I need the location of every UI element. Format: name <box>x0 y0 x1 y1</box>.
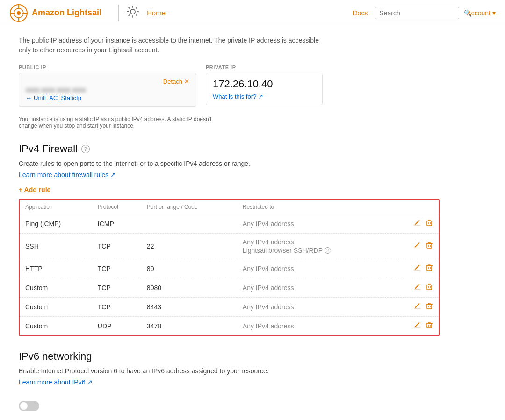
private-ip-label: PRIVATE IP <box>206 64 323 70</box>
firewall-section: IPv4 Firewall ? Create rules to open por… <box>19 143 440 336</box>
svg-rect-13 <box>414 248 420 248</box>
cell-app: Custom <box>20 298 92 317</box>
header-right: Docs 🔍 Account ▾ <box>353 7 496 19</box>
delete-rule-button[interactable] <box>426 283 433 292</box>
public-ip-section: PUBLIC IP Detach ✕ <box>19 64 196 107</box>
cell-app: HTTP <box>20 259 92 278</box>
static-ip-name[interactable]: ↔ Unifi_AC_StaticIp <box>26 94 189 101</box>
ipv6-toggle-area <box>19 401 440 411</box>
ipv6-section: IPv6 networking Enable Internet Protocol… <box>19 350 440 411</box>
delete-rule-button[interactable] <box>426 321 433 331</box>
cell-restricted: Any IPv4 address <box>237 298 391 317</box>
detach-button[interactable]: Detach ✕ <box>163 78 189 85</box>
public-ip-label: PUBLIC IP <box>19 64 196 70</box>
blurred-ip-blocks <box>26 88 86 93</box>
ipv6-description: Enable Internet Protocol version 6 to ha… <box>19 367 290 375</box>
cell-restricted: Any IPv4 address <box>237 317 391 336</box>
edit-rule-button[interactable] <box>413 302 421 312</box>
logo-text: Amazon Lightsail <box>32 8 101 18</box>
header: Amazon Lightsail Home Docs 🔍 Account ▾ <box>0 0 505 26</box>
delete-rule-button[interactable] <box>426 264 433 273</box>
cell-port: 3478 <box>141 317 237 336</box>
svg-point-7 <box>130 9 135 14</box>
svg-rect-23 <box>414 289 420 290</box>
firewall-table: Application Protocol Port or range / Cod… <box>20 200 439 335</box>
close-icon: ✕ <box>184 78 189 85</box>
cell-actions <box>391 259 439 278</box>
svg-rect-24 <box>427 285 432 290</box>
lightsail-logo-icon <box>9 4 28 22</box>
search-box: 🔍 <box>375 7 459 19</box>
edit-rule-button[interactable] <box>413 283 421 292</box>
learn-firewall-link[interactable]: Learn more about firewall rules ↗ <box>19 171 116 178</box>
help-icon[interactable]: ? <box>81 145 90 153</box>
table-row: Custom UDP 3478 Any IPv4 address <box>20 317 439 336</box>
table-row: Custom TCP 8443 Any IPv4 address <box>20 298 439 317</box>
header-divider <box>118 5 119 21</box>
cell-port <box>141 214 237 234</box>
delete-rule-button[interactable] <box>426 219 433 228</box>
cell-protocol: TCP <box>92 278 141 298</box>
blurred-ip-value <box>26 88 189 93</box>
public-ip-header: Detach ✕ <box>26 78 189 85</box>
static-ip-note: Your instance is using a static IP as it… <box>19 116 229 129</box>
account-button[interactable]: Account ▾ <box>467 9 496 17</box>
edit-rule-button[interactable] <box>413 219 421 228</box>
delete-rule-button[interactable] <box>426 302 433 312</box>
cell-app: SSH <box>20 234 92 259</box>
cell-protocol: TCP <box>92 259 141 278</box>
col-application: Application <box>20 200 92 214</box>
logo: Amazon Lightsail <box>9 4 101 22</box>
ipv6-title: IPv6 networking <box>19 350 440 363</box>
edit-rule-button[interactable] <box>413 321 421 331</box>
home-link[interactable]: Home <box>147 9 166 17</box>
cell-actions <box>391 317 439 336</box>
cell-port: 80 <box>141 259 237 278</box>
private-ip-section: PRIVATE IP 172.26.10.40 What is this for… <box>206 64 323 107</box>
chevron-down-icon: ▾ <box>492 9 496 17</box>
cell-port: 8080 <box>141 278 237 298</box>
search-input[interactable] <box>379 9 461 17</box>
external-link-icon-3: ↗ <box>87 378 93 386</box>
svg-rect-8 <box>414 225 420 226</box>
ip-info-text: The public IP address of your instance i… <box>19 36 327 55</box>
network-icon: ↔ <box>26 94 32 101</box>
private-ip-box: 172.26.10.40 What is this for? ↗ <box>206 73 323 105</box>
what-is-this-link[interactable]: What is this for? ↗ <box>213 93 316 100</box>
col-protocol: Protocol <box>92 200 141 214</box>
edit-rule-button[interactable] <box>413 264 421 273</box>
ip-row: PUBLIC IP Detach ✕ <box>19 64 440 107</box>
main-content: The public IP address of your instance i… <box>0 26 458 420</box>
cell-protocol: UDP <box>92 317 141 336</box>
table-row: SSH TCP 22 Any IPv4 address Lightsail br… <box>20 234 439 259</box>
cell-actions <box>391 298 439 317</box>
cell-app: Ping (ICMP) <box>20 214 92 234</box>
cell-app: Custom <box>20 317 92 336</box>
cell-restricted: Any IPv4 address Lightsail browser SSH/R… <box>237 234 391 259</box>
main-nav: Home <box>139 9 353 17</box>
cell-actions <box>391 214 439 234</box>
firewall-table-wrapper: Application Protocol Port or range / Cod… <box>19 199 440 336</box>
learn-ipv6-link[interactable]: Learn more about IPv6 ↗ <box>19 378 93 386</box>
ipv6-toggle[interactable] <box>19 401 39 411</box>
svg-rect-29 <box>427 304 432 309</box>
col-restricted: Restricted to <box>237 200 391 214</box>
svg-point-6 <box>17 11 21 15</box>
col-actions <box>391 200 439 214</box>
docs-link[interactable]: Docs <box>353 9 368 17</box>
cell-app: Custom <box>20 278 92 298</box>
cell-restricted: Any IPv4 address <box>237 278 391 298</box>
svg-rect-18 <box>414 270 420 271</box>
svg-rect-28 <box>414 308 420 309</box>
external-link-icon: ↗ <box>258 93 263 100</box>
delete-rule-button[interactable] <box>426 242 433 251</box>
table-header-row: Application Protocol Port or range / Cod… <box>20 200 439 214</box>
svg-rect-19 <box>427 266 432 271</box>
add-rule-button[interactable]: + Add rule <box>19 186 50 193</box>
cell-protocol: TCP <box>92 298 141 317</box>
edit-rule-button[interactable] <box>413 242 421 251</box>
cell-restricted: Any IPv4 address <box>237 214 391 234</box>
settings-icon[interactable] <box>126 5 139 21</box>
cell-actions <box>391 278 439 298</box>
external-link-icon-2: ↗ <box>110 171 116 178</box>
